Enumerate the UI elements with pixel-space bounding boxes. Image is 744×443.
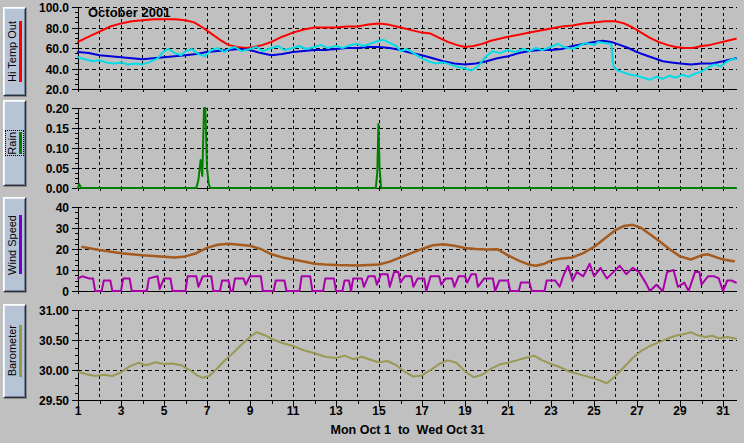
panel-rain: 0.200.150.100.050.00: [46, 102, 737, 196]
y-tick-label: 20: [56, 243, 70, 257]
chart-title: October 2001: [88, 5, 170, 20]
chart-canvas: 100.080.060.040.020.00.200.150.100.050.0…: [0, 0, 744, 443]
y-tick-label: 30.50: [39, 334, 69, 348]
x-tick-label: 7: [204, 404, 211, 418]
y-tick-label: 29.50: [39, 394, 69, 408]
y-tick-label: 10: [56, 264, 70, 278]
brown-line: [82, 225, 734, 266]
x-tick-label: 25: [587, 404, 601, 418]
x-tick-label: 3: [118, 404, 125, 418]
y-tick-label: 60.0: [46, 42, 70, 56]
x-tick-label: 27: [630, 404, 644, 418]
x-tick-label: 1: [75, 404, 82, 418]
x-tick-label: 11: [287, 404, 300, 418]
y-tick-label: 0.15: [46, 122, 70, 136]
x-tick-label: 9: [247, 404, 254, 418]
y-tick-label: 40.0: [46, 63, 70, 77]
y-tick-label: 20.0: [46, 83, 70, 97]
y-tick-label: 30: [56, 222, 70, 236]
x-axis-labels: 135791113151719212325272931Mon Oct 1 to …: [75, 404, 730, 437]
x-tick-label: 15: [372, 404, 386, 418]
y-tick-label: 0.20: [46, 102, 70, 116]
x-tick-label: 29: [673, 404, 687, 418]
weather-graph-window: Hi Temp Out Rain Wind Speed Barometer 10…: [0, 0, 744, 443]
y-tick-label: 80.0: [46, 22, 70, 36]
x-tick-label: 21: [501, 404, 515, 418]
y-tick-label: 30.00: [39, 364, 69, 378]
y-tick-label: 0.00: [46, 182, 70, 196]
x-tick-label: 13: [329, 404, 343, 418]
y-tick-label: 0.10: [46, 142, 70, 156]
y-tick-label: 100.0: [39, 1, 69, 15]
y-tick-label: 0.05: [46, 162, 70, 176]
x-tick-label: 31: [716, 404, 730, 418]
y-tick-label: 31.00: [39, 304, 69, 318]
x-axis-range-label: Mon Oct 1 to Wed Oct 31: [331, 423, 485, 437]
panel-barometer: 31.0030.5030.0029.50: [39, 304, 737, 408]
y-tick-label: 0: [62, 285, 69, 299]
olive-line: [78, 332, 736, 383]
panel-wind-speed: 403020100: [56, 201, 737, 299]
x-tick-label: 19: [458, 404, 472, 418]
x-tick-label: 23: [544, 404, 558, 418]
x-tick-label: 17: [415, 404, 429, 418]
x-tick-label: 5: [161, 404, 168, 418]
y-tick-label: 40: [56, 201, 70, 215]
